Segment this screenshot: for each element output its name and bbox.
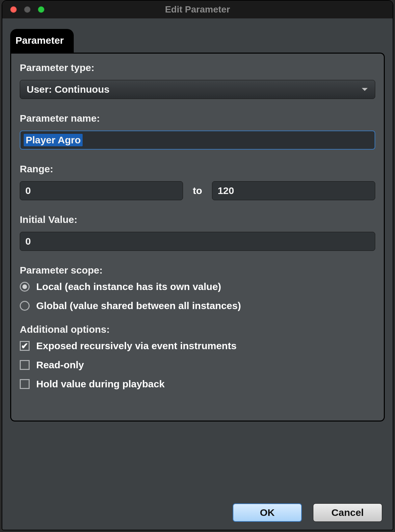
close-icon[interactable]: [10, 6, 17, 13]
scope-label: Parameter scope:: [20, 265, 375, 276]
scope-global-label: Global (value shared between all instanc…: [36, 300, 241, 311]
maximize-icon[interactable]: [38, 6, 44, 13]
dialog-region: Edit Parameter Parameter Parameter type:…: [2, 0, 393, 530]
tab-parameter[interactable]: Parameter: [10, 29, 74, 53]
scope-local-label: Local (each instance has its own value): [36, 281, 221, 292]
traffic-lights: [10, 6, 44, 13]
window-title: Edit Parameter: [2, 4, 393, 15]
option-hold-row[interactable]: Hold value during playback: [20, 378, 375, 390]
scope-local-row[interactable]: Local (each instance has its own value): [20, 281, 375, 292]
parameter-name-input[interactable]: Player Agro: [20, 131, 375, 150]
range-label: Range:: [20, 163, 375, 175]
tab-bar: Parameter: [10, 29, 393, 53]
range-max-input[interactable]: 120: [212, 181, 375, 200]
option-hold-label: Hold value during playback: [36, 378, 165, 390]
option-readonly-label: Read-only: [36, 359, 84, 371]
option-exposed-row[interactable]: ✔ Exposed recursively via event instrume…: [20, 340, 375, 351]
dialog-window: Edit Parameter Parameter Parameter type:…: [0, 0, 395, 532]
dialog-footer: OK Cancel: [233, 503, 382, 522]
range-min-input[interactable]: 0: [20, 181, 183, 200]
ok-button[interactable]: OK: [233, 503, 302, 522]
initial-value-value: 0: [23, 235, 33, 248]
cancel-button[interactable]: Cancel: [313, 503, 382, 522]
scope-group: Local (each instance has its own value) …: [20, 281, 375, 311]
initial-value-input[interactable]: 0: [20, 232, 375, 251]
range-row: 0 to 120: [20, 181, 375, 200]
range-separator: to: [193, 185, 202, 196]
radio-icon: [20, 301, 30, 311]
parameter-panel: Parameter type: User: Continuous Paramet…: [10, 53, 385, 422]
range-max-value: 120: [216, 184, 236, 197]
additional-label: Additional options:: [20, 324, 375, 335]
option-exposed-label: Exposed recursively via event instrument…: [36, 340, 237, 351]
parameter-type-label: Parameter type:: [20, 62, 375, 73]
checkbox-icon: [20, 379, 30, 389]
range-min-value: 0: [23, 184, 33, 197]
radio-icon: [20, 282, 30, 292]
minimize-icon[interactable]: [24, 6, 31, 13]
checkbox-icon: ✔: [20, 341, 30, 351]
option-readonly-row[interactable]: Read-only: [20, 359, 375, 371]
parameter-name-label: Parameter name:: [20, 113, 375, 124]
parameter-type-value: User: Continuous: [27, 84, 110, 95]
parameter-name-value: Player Agro: [24, 134, 83, 146]
checkbox-icon: [20, 360, 30, 370]
parameter-type-dropdown[interactable]: User: Continuous: [20, 80, 375, 99]
titlebar: Edit Parameter: [2, 1, 393, 18]
initial-value-label: Initial Value:: [20, 214, 375, 225]
additional-group: ✔ Exposed recursively via event instrume…: [20, 340, 375, 390]
scope-global-row[interactable]: Global (value shared between all instanc…: [20, 300, 375, 311]
chevron-down-icon: [362, 88, 368, 91]
